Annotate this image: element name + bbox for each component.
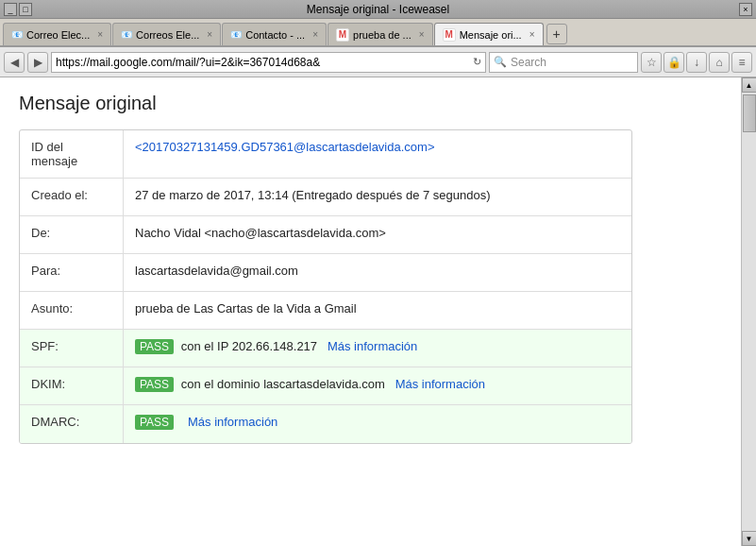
search-placeholder: Search — [511, 56, 546, 69]
dkim-label: DKIM: — [20, 367, 124, 404]
table-row: Creado el: 27 de marzo de 2017, 13:14 (E… — [20, 179, 631, 216]
browser-body: Mensaje original ID del mensaje <2017032… — [0, 77, 756, 546]
spf-row: SPF: PASS con el IP 202.66.148.217 Más i… — [20, 330, 631, 367]
tab-3-close[interactable]: × — [312, 29, 318, 40]
info-table: ID del mensaje <20170327131459.GD57361@l… — [19, 129, 632, 444]
tab-3-label: Contacto - ... — [245, 29, 305, 41]
from-label: De: — [20, 216, 124, 253]
to-label: Para: — [20, 254, 124, 291]
close-icon[interactable]: × — [739, 3, 752, 16]
tab-5-label: Mensaje ori... — [460, 29, 522, 41]
spf-pass-badge: PASS — [135, 339, 174, 354]
home-icon[interactable]: ⌂ — [709, 52, 730, 73]
tab-2-favicon: 📧 — [121, 29, 132, 40]
reload-icon[interactable]: ↻ — [473, 56, 481, 68]
address-text: https://mail.google.com/mail/?ui=2&ik=36… — [56, 56, 469, 69]
from-value: Nacho Vidal <nacho@lascartasdelavida.com… — [124, 216, 631, 253]
table-row: Asunto: prueba de Las Cartas de la Vida … — [20, 292, 631, 330]
download-icon[interactable]: ↓ — [686, 52, 707, 73]
tab-1-close[interactable]: × — [97, 29, 103, 40]
dkim-row: DKIM: PASS con el dominio lascartasdelav… — [20, 367, 631, 405]
dkim-pass-badge: PASS — [135, 377, 174, 392]
tab-2-close[interactable]: × — [207, 29, 212, 40]
tab-3[interactable]: 📧 Contacto - ... × — [222, 23, 327, 45]
minimize-icon[interactable]: _ — [4, 3, 17, 16]
tab-4-favicon: M — [336, 28, 349, 42]
tab-1-favicon: 📧 — [11, 29, 23, 40]
dmarc-more-info-link[interactable]: Más información — [188, 415, 277, 429]
table-row: De: Nacho Vidal <nacho@lascartasdelavida… — [20, 216, 631, 254]
new-tab-button[interactable]: + — [546, 24, 567, 44]
scroll-down-button[interactable]: ▼ — [742, 531, 757, 546]
nav-right-buttons: ☆ 🔒 ↓ ⌂ ≡ — [641, 52, 752, 73]
tab-bar: 📧 Correo Elec... × 📧 Correos Ele... × 📧 … — [0, 19, 756, 47]
spf-text: con el IP 202.66.148.217 — [181, 339, 317, 353]
message-id-label: ID del mensaje — [20, 130, 124, 178]
window-title: Mensaje original - Iceweasel — [307, 3, 449, 16]
title-bar: _ □ Mensaje original - Iceweasel × — [0, 0, 756, 19]
dkim-value: PASS con el dominio lascartasdelavida.co… — [124, 367, 631, 404]
lock-icon[interactable]: 🔒 — [664, 52, 684, 73]
maximize-icon[interactable]: □ — [19, 3, 32, 16]
spf-more-info-link[interactable]: Más información — [328, 339, 417, 353]
tab-1-label: Correo Elec... — [26, 29, 90, 41]
tab-1[interactable]: 📧 Correo Elec... × — [3, 23, 111, 45]
subject-label: Asunto: — [20, 292, 124, 329]
tab-2-label: Correos Ele... — [136, 29, 199, 41]
page-title: Mensaje original — [19, 93, 722, 114]
forward-button[interactable]: ▶ — [27, 52, 48, 73]
to-value: lascartasdelavida@gmail.com — [124, 254, 631, 291]
scrollbar[interactable]: ▲ ▼ — [741, 77, 756, 546]
back-button[interactable]: ◀ — [4, 52, 25, 73]
dmarc-label: DMARC: — [20, 405, 124, 443]
table-row: Para: lascartasdelavida@gmail.com — [20, 254, 631, 292]
tab-3-favicon: 📧 — [230, 29, 242, 40]
created-value: 27 de marzo de 2017, 13:14 (Entregado de… — [124, 179, 631, 215]
dkim-text: con el dominio lascartasdelavida.com — [181, 377, 385, 391]
message-id-value: <20170327131459.GD57361@lascartasdelavid… — [124, 130, 631, 178]
dmarc-value: PASS Más información — [124, 405, 631, 443]
scroll-track[interactable] — [742, 93, 756, 531]
subject-value: prueba de Las Cartas de la Vida a Gmail — [124, 292, 631, 329]
dmarc-pass-badge: PASS — [135, 415, 174, 430]
tab-2[interactable]: 📧 Correos Ele... × — [112, 23, 221, 45]
search-bar[interactable]: 🔍 Search — [489, 52, 638, 73]
tab-4-close[interactable]: × — [419, 29, 425, 40]
message-id-link[interactable]: <20170327131459.GD57361@lascartasdelavid… — [135, 140, 434, 154]
dmarc-row: DMARC: PASS Más información — [20, 405, 631, 443]
table-row: ID del mensaje <20170327131459.GD57361@l… — [20, 130, 631, 179]
nav-bar: ◀ ▶ https://mail.google.com/mail/?ui=2&i… — [0, 47, 756, 77]
search-icon: 🔍 — [494, 56, 507, 68]
created-label: Creado el: — [20, 179, 124, 215]
scroll-up-button[interactable]: ▲ — [742, 77, 757, 93]
address-bar[interactable]: https://mail.google.com/mail/?ui=2&ik=36… — [51, 52, 486, 73]
bookmark-star-icon[interactable]: ☆ — [641, 52, 662, 73]
tab-5-close[interactable]: × — [529, 29, 535, 40]
scroll-thumb[interactable] — [743, 94, 756, 132]
tab-4[interactable]: M prueba de ... × — [328, 23, 433, 45]
tab-4-label: prueba de ... — [353, 29, 412, 41]
dkim-more-info-link[interactable]: Más información — [395, 377, 485, 391]
tab-5-favicon: M — [443, 28, 456, 42]
spf-label: SPF: — [20, 330, 124, 367]
spf-value: PASS con el IP 202.66.148.217 Más inform… — [124, 330, 631, 367]
content-area: Mensaje original ID del mensaje <2017032… — [0, 77, 741, 546]
tab-5[interactable]: M Mensaje ori... × — [434, 23, 544, 45]
menu-icon[interactable]: ≡ — [731, 52, 752, 73]
